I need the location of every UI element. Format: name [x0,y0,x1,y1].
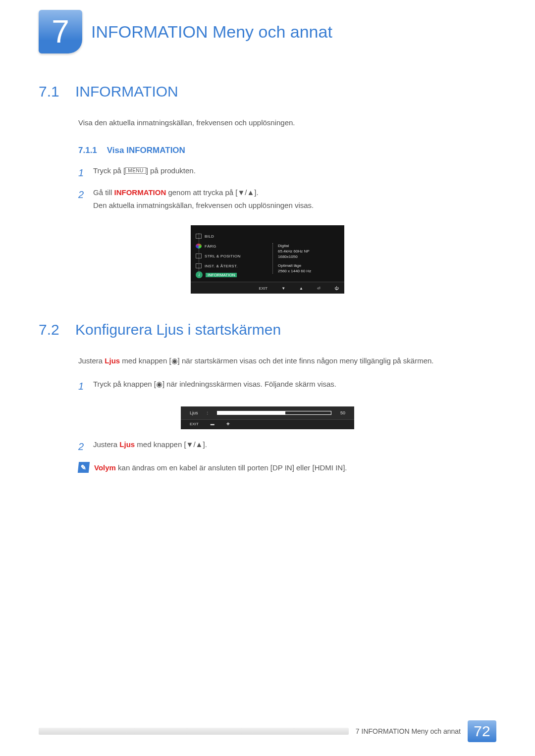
osd-screenshot: BILD FÄRG STRL & POSITION INST. & ÅTERST… [191,225,344,294]
down-icon: ▼ [281,286,285,291]
footer-rule [39,728,349,735]
step-number: 1 [78,164,86,181]
page-footer: 7 INFORMATION Meny och annat 72 [39,720,496,742]
highlighted-word: Ljus [119,440,135,449]
step-2: 2 Justera Ljus med knappen [▼/▲]. [78,438,496,455]
up-icon: ▲ [299,286,303,291]
osd-menu-item: INST. & ÅTERST. [205,264,238,268]
step-text: Justera [93,440,119,449]
note-text: kan ändras om en kabel är ansluten till … [116,463,347,472]
osd-button-bar: EXIT ▼ ▲ ⏎ ⏻ [191,282,344,294]
section-7-1: 7.1 INFORMATION [39,83,496,100]
note: ✎ Volym kan ändras om en kabel är anslut… [78,462,496,474]
osd-menu-item: FÄRG [205,244,216,249]
info-icon: i [196,271,203,278]
menu-key-label: MENU [125,167,146,174]
note-icon: ✎ [78,462,90,473]
step-text: genom att trycka på [▼/▲]. [166,188,258,197]
osd-menu-item-selected: INFORMATION [206,273,237,277]
osd-detail-line: 65.4kHz 60Hz NP [278,249,311,254]
chapter-header: 7 INFORMATION Meny och annat [39,10,496,53]
section-title: INFORMATION [75,83,178,100]
step-text: Tryck på knappen [◉] när inledningsskärm… [93,378,336,391]
intro-text: med knappen [◉] när startskärmen visas o… [120,356,433,365]
step-number: 1 [78,378,86,395]
brightness-osd: Ljus : 50 EXIT ▬ ✚ [181,406,354,429]
section-number: 7.2 [39,321,64,338]
osd-detail-line: 1680x1050 [278,254,311,259]
power-icon: ⏻ [334,286,338,291]
step-1: 1 Tryck på knappen [◉] när inledningsskä… [78,378,496,395]
osd-detail-line: Digital [278,243,311,249]
step-text: med knappen [▼/▲]. [135,440,207,449]
step-number: 2 [78,438,86,455]
exit-label: EXIT [190,422,199,426]
section-title: Konfigurera Ljus i startskärmen [75,321,281,338]
step-number: 2 [78,186,86,203]
step-text: Gå till [93,188,114,197]
highlighted-word: Ljus [105,356,120,365]
minus-icon: ▬ [211,422,214,426]
step-text: Tryck på [ [93,166,125,175]
osd-detail-line: Optimalt läge [278,263,311,268]
chapter-title: INFORMATION Meny och annat [91,22,332,42]
step-2: 2 Gå till INFORMATION genom att trycka p… [78,186,496,211]
step-text-line2: Den aktuella inmatningskällan, frekvense… [93,201,314,209]
brightness-label: Ljus [190,410,198,415]
step-1: 1 Tryck på [MENU] på produkten. [78,164,496,181]
osd-menu-item: BILD [205,234,214,239]
enter-icon: ⏎ [317,286,321,291]
intro-text: Justera [78,356,105,365]
subsection-number: 7.1.1 [78,146,97,155]
page-number: 72 [468,720,496,742]
osd-detail-line: 2560 x 1440 60 Hz [278,268,311,274]
section-number: 7.1 [39,83,64,100]
section-7-2-intro: Justera Ljus med knappen [◉] när startsk… [78,355,496,367]
highlighted-word: INFORMATION [114,188,166,197]
plus-icon: ✚ [226,422,230,426]
colon-label: : [207,410,209,415]
footer-title: 7 INFORMATION Meny och annat [356,727,461,735]
osd-detail-panel: Digital 65.4kHz 60Hz NP 1680x1050 Optima… [272,243,311,274]
brightness-slider [217,411,331,415]
subsection-7-1-1: 7.1.1 Visa INFORMATION [78,146,496,155]
highlighted-word: Volym [94,463,116,472]
section-7-1-intro: Visa den aktuella inmatningskällan, frek… [78,117,496,129]
osd-menu-item: STRL & POSITION [205,254,241,258]
step-text: ] på produkten. [146,166,196,175]
chapter-number-badge: 7 [39,10,82,53]
section-7-2: 7.2 Konfigurera Ljus i startskärmen [39,321,496,338]
exit-label: EXIT [259,286,268,291]
brightness-value: 50 [340,410,345,415]
subsection-title: Visa INFORMATION [107,146,185,155]
